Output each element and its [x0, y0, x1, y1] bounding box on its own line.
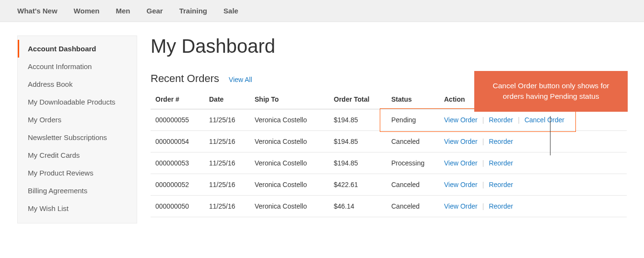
order-number: 000000053	[151, 152, 204, 174]
table-row: 00000005311/25/16Veronica Costello$194.8…	[151, 152, 627, 174]
view-order-link[interactable]: View Order	[444, 181, 478, 188]
order-ship-to: Veronica Costello	[250, 152, 329, 174]
reorder-link[interactable]: Reorder	[489, 138, 513, 145]
sidebar-item-wish-list[interactable]: My Wish List	[18, 199, 137, 217]
action-separator: |	[482, 138, 484, 145]
order-total: $46.14	[329, 196, 386, 217]
col-order: Order #	[151, 90, 204, 109]
sidebar-item-account-dashboard[interactable]: Account Dashboard	[18, 40, 137, 58]
recent-orders-title: Recent Orders	[151, 72, 219, 85]
top-nav: What's New Women Men Gear Training Sale	[0, 0, 644, 22]
order-status: Canceled	[386, 196, 439, 217]
order-number: 000000054	[151, 131, 204, 152]
sidebar-item-newsletter-subscriptions[interactable]: Newsletter Subscriptions	[18, 129, 137, 146]
view-order-link[interactable]: View Order	[444, 138, 478, 145]
page-title: My Dashboard	[151, 35, 627, 57]
order-status: Processing	[386, 152, 439, 174]
order-actions: View Order|Reorder	[439, 174, 627, 196]
table-row: 00000005411/25/16Veronica Costello$194.8…	[151, 131, 627, 152]
order-actions: View Order|Reorder	[439, 131, 627, 152]
order-total: $422.61	[329, 174, 386, 196]
order-date: 11/25/16	[204, 196, 250, 217]
order-actions: View Order|Reorder|Cancel Order	[439, 109, 627, 131]
order-total: $194.85	[329, 109, 386, 131]
order-ship-to: Veronica Costello	[250, 131, 329, 152]
sidebar-item-credit-cards[interactable]: My Credit Cards	[18, 146, 137, 164]
table-row: 00000005211/25/16Veronica Costello$422.6…	[151, 174, 627, 196]
order-date: 11/25/16	[204, 174, 250, 196]
annotation-leader-line	[550, 116, 550, 155]
action-separator: |	[482, 116, 484, 124]
order-date: 11/25/16	[204, 109, 250, 131]
col-status: Status	[386, 90, 439, 109]
reorder-link[interactable]: Reorder	[489, 202, 513, 210]
order-actions: View Order|Reorder	[439, 152, 627, 174]
sidebar-item-address-book[interactable]: Address Book	[18, 75, 137, 93]
sidebar-item-product-reviews[interactable]: My Product Reviews	[18, 164, 137, 182]
nav-item-women[interactable]: Women	[74, 7, 100, 15]
order-ship-to: Veronica Costello	[250, 109, 329, 131]
order-date: 11/25/16	[204, 131, 250, 152]
order-actions: View Order|Reorder	[439, 196, 627, 217]
col-total: Order Total	[329, 90, 386, 109]
order-total: $194.85	[329, 152, 386, 174]
action-separator: |	[518, 116, 520, 124]
nav-item-men[interactable]: Men	[116, 7, 130, 15]
action-separator: |	[482, 181, 484, 188]
order-total: $194.85	[329, 131, 386, 152]
order-date: 11/25/16	[204, 152, 250, 174]
order-ship-to: Veronica Costello	[250, 196, 329, 217]
order-number: 000000052	[151, 174, 204, 196]
order-status: Canceled	[386, 131, 439, 152]
col-date: Date	[204, 90, 250, 109]
reorder-link[interactable]: Reorder	[489, 181, 513, 188]
reorder-link[interactable]: Reorder	[489, 159, 513, 167]
order-status: Pending	[386, 109, 439, 131]
sidebar-item-billing-agreements[interactable]: Billing Agreements	[18, 182, 137, 199]
nav-item-gear[interactable]: Gear	[146, 7, 163, 15]
order-number: 000000055	[151, 109, 204, 131]
view-order-link[interactable]: View Order	[444, 202, 478, 210]
account-sidebar: Account Dashboard Account Information Ad…	[17, 35, 137, 223]
table-row: 00000005011/25/16Veronica Costello$46.14…	[151, 196, 627, 217]
nav-item-whats-new[interactable]: What's New	[17, 7, 58, 15]
sidebar-item-downloadable-products[interactable]: My Downloadable Products	[18, 93, 137, 111]
sidebar-item-account-information[interactable]: Account Information	[18, 58, 137, 75]
action-separator: |	[482, 202, 484, 210]
reorder-link[interactable]: Reorder	[489, 116, 513, 124]
nav-item-sale[interactable]: Sale	[223, 7, 238, 15]
nav-item-training[interactable]: Training	[179, 7, 207, 15]
annotation-callout: Cancel Order button only shows for order…	[474, 71, 628, 112]
order-status: Canceled	[386, 174, 439, 196]
action-separator: |	[482, 159, 484, 167]
view-order-link[interactable]: View Order	[444, 116, 478, 124]
view-all-link[interactable]: View All	[229, 76, 252, 83]
sidebar-item-my-orders[interactable]: My Orders	[18, 111, 137, 129]
order-ship-to: Veronica Costello	[250, 174, 329, 196]
col-ship-to: Ship To	[250, 90, 329, 109]
view-order-link[interactable]: View Order	[444, 159, 478, 167]
table-row: 00000005511/25/16Veronica Costello$194.8…	[151, 109, 627, 131]
main-content: My Dashboard Recent Orders View All Orde…	[137, 35, 627, 223]
cancel-order-link[interactable]: Cancel Order	[525, 116, 564, 124]
order-number: 000000050	[151, 196, 204, 217]
